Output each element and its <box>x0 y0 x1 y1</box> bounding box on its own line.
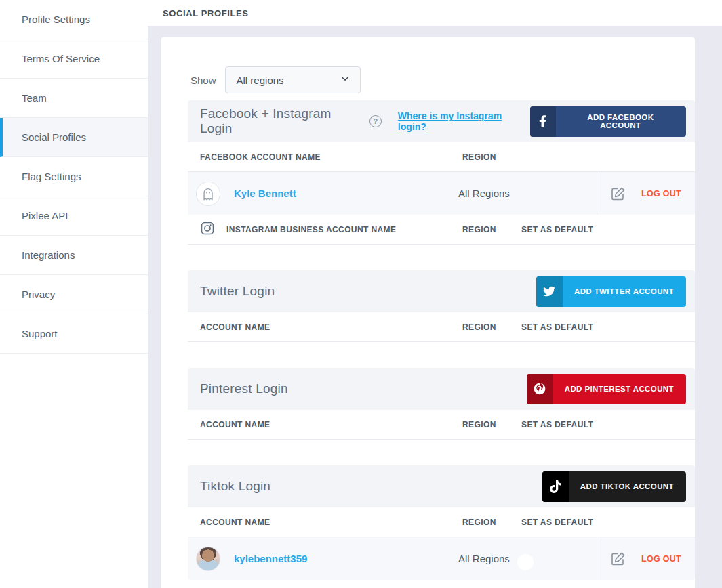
profile-photo-avatar <box>196 547 220 571</box>
region-filter-value: All regions <box>237 75 284 86</box>
column-region: REGION <box>462 322 521 332</box>
pinterest-section: Pinterest Login ADD PINTEREST ACCOUNT AC… <box>188 368 695 440</box>
tiktok-account-link[interactable]: kylebennett359 <box>234 553 307 564</box>
sidebar-item-profile-settings[interactable]: Profile Settings <box>0 0 148 39</box>
pinterest-section-header: Pinterest Login ADD PINTEREST ACCOUNT <box>188 368 695 410</box>
sidebar-item-label: Social Profiles <box>22 131 86 143</box>
add-twitter-account-label: ADD TWITTER ACCOUNT <box>563 287 686 295</box>
pinterest-icon <box>527 374 553 404</box>
toggle-knob <box>517 554 534 570</box>
add-facebook-account-label: ADD FACEBOOK ACCOUNT <box>556 113 686 129</box>
sidebar-item-label: Privacy <box>22 289 55 300</box>
logout-button[interactable]: LOG OUT <box>641 554 681 564</box>
facebook-account-link[interactable]: Kyle Bennett <box>234 188 296 199</box>
help-icon[interactable] <box>369 115 382 127</box>
chevron-down-icon <box>340 73 350 87</box>
logout-button[interactable]: LOG OUT <box>641 189 681 198</box>
tiktok-row-actions: LOG OUT <box>597 537 691 580</box>
sidebar-item-social-profiles[interactable]: Social Profiles <box>0 118 148 157</box>
tiktok-account-row: kylebennett359 All Regions LOG OUT <box>188 537 695 580</box>
sidebar-item-label: Pixlee API <box>22 210 68 222</box>
edit-account-button[interactable] <box>610 551 626 567</box>
sidebar-item-label: Profile Settings <box>22 14 90 25</box>
sidebar-item-label: Support <box>22 328 58 339</box>
facebook-table-header: FACEBOOK ACCOUNT NAME REGION <box>188 142 695 172</box>
tiktok-section-title: Tiktok Login <box>200 479 270 494</box>
sidebar-item-label: Terms Of Service <box>22 53 100 64</box>
facebook-account-name-cell: Kyle Bennett <box>196 182 458 206</box>
page-header: SOCIAL PROFILES <box>148 0 722 26</box>
column-instagram-account-name: INSTAGRAM BUSINESS ACCOUNT NAME <box>200 221 462 238</box>
twitter-section: Twitter Login ADD TWITTER ACCOUNT ACCOUN… <box>188 270 695 342</box>
instagram-table-header: INSTAGRAM BUSINESS ACCOUNT NAME REGION S… <box>188 215 695 245</box>
add-pinterest-account-button[interactable]: ADD PINTEREST ACCOUNT <box>527 374 686 404</box>
pinterest-table-header: ACCOUNT NAME REGION SET AS DEFAULT <box>188 410 695 440</box>
sidebar-item-pixlee-api[interactable]: Pixlee API <box>0 196 148 236</box>
facebook-instagram-section: Facebook + Instagram Login Where is my I… <box>188 100 695 245</box>
column-account-name: ACCOUNT NAME <box>200 518 462 527</box>
sidebar-item-label: Integrations <box>22 249 75 261</box>
instagram-column-label: INSTAGRAM BUSINESS ACCOUNT NAME <box>226 225 396 234</box>
tiktok-icon <box>542 471 569 502</box>
pinterest-section-title: Pinterest Login <box>200 381 288 396</box>
instagram-icon <box>200 221 215 238</box>
tiktok-section-header: Tiktok Login ADD TIKTOK ACCOUNT <box>188 465 695 507</box>
add-facebook-account-button[interactable]: ADD FACEBOOK ACCOUNT <box>530 106 686 137</box>
region-filter-row: Show All regions <box>190 66 695 93</box>
facebook-row-actions: LOG OUT <box>597 172 691 215</box>
facebook-section-header: Facebook + Instagram Login Where is my I… <box>188 100 695 142</box>
region-filter-label: Show <box>190 75 216 86</box>
twitter-section-title: Twitter Login <box>200 284 275 299</box>
edit-account-button[interactable] <box>610 186 626 202</box>
column-facebook-account-name: FACEBOOK ACCOUNT NAME <box>200 152 462 162</box>
region-filter-select[interactable]: All regions <box>225 66 361 93</box>
add-tiktok-account-label: ADD TIKTOK ACCOUNT <box>569 482 686 490</box>
column-region: REGION <box>462 225 521 234</box>
twitter-table-header: ACCOUNT NAME REGION SET AS DEFAULT <box>188 312 695 342</box>
page-title: SOCIAL PROFILES <box>163 8 249 18</box>
sidebar-item-flag-settings[interactable]: Flag Settings <box>0 157 148 196</box>
twitter-icon <box>536 276 563 307</box>
sidebar-item-team[interactable]: Team <box>0 79 148 118</box>
tiktok-section: Tiktok Login ADD TIKTOK ACCOUNT ACCOUNT … <box>188 465 695 580</box>
instagram-login-help-link[interactable]: Where is my Instagram login? <box>398 110 530 132</box>
column-region: REGION <box>462 152 521 162</box>
ghost-avatar-icon <box>196 182 220 206</box>
column-set-as-default: SET AS DEFAULT <box>521 225 601 234</box>
social-profiles-card: Show All regions Facebook + Instagram Lo… <box>161 37 695 588</box>
column-account-name: ACCOUNT NAME <box>200 322 462 332</box>
add-pinterest-account-label: ADD PINTEREST ACCOUNT <box>553 385 686 393</box>
column-region: REGION <box>462 518 521 527</box>
tiktok-account-region: All Regions <box>458 553 517 564</box>
sidebar-item-privacy[interactable]: Privacy <box>0 275 148 314</box>
column-set-as-default: SET AS DEFAULT <box>521 322 601 332</box>
column-set-as-default: SET AS DEFAULT <box>521 518 601 527</box>
sidebar-item-label: Flag Settings <box>22 171 81 182</box>
sidebar-item-terms-of-service[interactable]: Terms Of Service <box>0 39 148 79</box>
facebook-account-region: All Regions <box>458 188 517 199</box>
add-tiktok-account-button[interactable]: ADD TIKTOK ACCOUNT <box>542 471 686 502</box>
facebook-icon <box>530 106 556 137</box>
default-cell <box>517 553 597 565</box>
column-set-as-default: SET AS DEFAULT <box>521 420 601 429</box>
settings-sidebar: Profile Settings Terms Of Service Team S… <box>0 0 148 588</box>
facebook-account-row: Kyle Bennett All Regions LOG OUT <box>188 172 695 215</box>
sidebar-item-integrations[interactable]: Integrations <box>0 236 148 275</box>
sidebar-item-support[interactable]: Support <box>0 314 148 354</box>
content-area: Show All regions Facebook + Instagram Lo… <box>148 26 722 588</box>
tiktok-account-name-cell: kylebennett359 <box>196 547 458 571</box>
column-region: REGION <box>462 420 521 429</box>
twitter-section-header: Twitter Login ADD TWITTER ACCOUNT <box>188 270 695 312</box>
column-account-name: ACCOUNT NAME <box>200 420 462 429</box>
facebook-section-title: Facebook + Instagram Login <box>200 106 363 136</box>
tiktok-table-header: ACCOUNT NAME REGION SET AS DEFAULT <box>188 507 695 537</box>
add-twitter-account-button[interactable]: ADD TWITTER ACCOUNT <box>536 276 686 307</box>
sidebar-item-label: Team <box>22 92 47 104</box>
